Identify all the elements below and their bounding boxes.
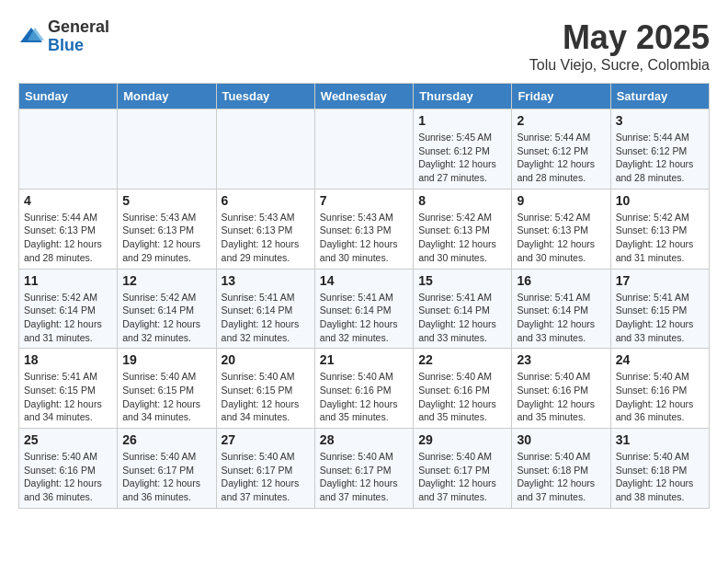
logo-text: General Blue xyxy=(48,18,109,55)
day-number: 9 xyxy=(517,193,605,208)
calendar-cell: 26Sunrise: 5:40 AM Sunset: 6:17 PM Dayli… xyxy=(118,429,216,509)
day-info: Sunrise: 5:42 AM Sunset: 6:14 PM Dayligh… xyxy=(122,291,210,345)
day-number: 18 xyxy=(24,352,112,367)
day-info: Sunrise: 5:40 AM Sunset: 6:16 PM Dayligh… xyxy=(418,370,506,424)
day-number: 30 xyxy=(517,432,605,447)
day-info: Sunrise: 5:40 AM Sunset: 6:17 PM Dayligh… xyxy=(122,450,210,504)
calendar-cell: 20Sunrise: 5:40 AM Sunset: 6:15 PM Dayli… xyxy=(216,349,314,429)
day-info: Sunrise: 5:40 AM Sunset: 6:18 PM Dayligh… xyxy=(616,450,704,504)
day-number: 5 xyxy=(122,193,210,208)
day-info: Sunrise: 5:40 AM Sunset: 6:16 PM Dayligh… xyxy=(517,370,605,424)
calendar-cell: 18Sunrise: 5:41 AM Sunset: 6:15 PM Dayli… xyxy=(19,349,118,429)
subtitle: Tolu Viejo, Sucre, Colombia xyxy=(529,57,710,74)
calendar-cell: 7Sunrise: 5:43 AM Sunset: 6:13 PM Daylig… xyxy=(314,189,413,269)
calendar-cell xyxy=(216,109,314,190)
day-info: Sunrise: 5:41 AM Sunset: 6:14 PM Dayligh… xyxy=(320,291,408,345)
calendar-cell: 27Sunrise: 5:40 AM Sunset: 6:17 PM Dayli… xyxy=(216,429,314,509)
logo: General Blue xyxy=(18,18,109,55)
page-header: General Blue May 2025 Tolu Viejo, Sucre,… xyxy=(18,18,710,74)
header-day-friday: Friday xyxy=(512,84,610,109)
calendar-cell: 9Sunrise: 5:42 AM Sunset: 6:13 PM Daylig… xyxy=(512,189,610,269)
day-number: 25 xyxy=(24,432,112,447)
calendar-cell: 4Sunrise: 5:44 AM Sunset: 6:13 PM Daylig… xyxy=(19,189,118,269)
header-day-monday: Monday xyxy=(118,84,216,109)
day-info: Sunrise: 5:44 AM Sunset: 6:13 PM Dayligh… xyxy=(24,211,112,265)
calendar-cell: 30Sunrise: 5:40 AM Sunset: 6:18 PM Dayli… xyxy=(512,429,610,509)
day-number: 21 xyxy=(320,352,408,367)
calendar-cell: 5Sunrise: 5:43 AM Sunset: 6:13 PM Daylig… xyxy=(118,189,216,269)
calendar-table: SundayMondayTuesdayWednesdayThursdayFrid… xyxy=(18,83,710,509)
day-info: Sunrise: 5:40 AM Sunset: 6:17 PM Dayligh… xyxy=(418,450,506,504)
day-info: Sunrise: 5:40 AM Sunset: 6:15 PM Dayligh… xyxy=(122,370,210,424)
day-info: Sunrise: 5:40 AM Sunset: 6:15 PM Dayligh… xyxy=(222,370,310,424)
day-number: 28 xyxy=(320,432,408,447)
calendar-cell: 15Sunrise: 5:41 AM Sunset: 6:14 PM Dayli… xyxy=(414,269,512,349)
day-info: Sunrise: 5:45 AM Sunset: 6:12 PM Dayligh… xyxy=(418,131,506,185)
calendar-cell: 6Sunrise: 5:43 AM Sunset: 6:13 PM Daylig… xyxy=(216,189,314,269)
calendar-cell: 3Sunrise: 5:44 AM Sunset: 6:12 PM Daylig… xyxy=(610,109,709,190)
calendar-cell: 10Sunrise: 5:42 AM Sunset: 6:13 PM Dayli… xyxy=(610,189,709,269)
day-info: Sunrise: 5:44 AM Sunset: 6:12 PM Dayligh… xyxy=(616,131,704,185)
day-number: 11 xyxy=(24,273,112,288)
week-row-5: 25Sunrise: 5:40 AM Sunset: 6:16 PM Dayli… xyxy=(19,429,710,509)
calendar-cell: 17Sunrise: 5:41 AM Sunset: 6:15 PM Dayli… xyxy=(610,269,709,349)
day-number: 16 xyxy=(517,273,605,288)
day-info: Sunrise: 5:40 AM Sunset: 6:16 PM Dayligh… xyxy=(24,450,112,504)
day-number: 15 xyxy=(418,273,506,288)
calendar-cell: 8Sunrise: 5:42 AM Sunset: 6:13 PM Daylig… xyxy=(414,189,512,269)
calendar-cell xyxy=(314,109,413,190)
day-info: Sunrise: 5:43 AM Sunset: 6:13 PM Dayligh… xyxy=(122,211,210,265)
day-number: 23 xyxy=(517,352,605,367)
calendar-cell: 23Sunrise: 5:40 AM Sunset: 6:16 PM Dayli… xyxy=(512,349,610,429)
day-number: 1 xyxy=(418,113,506,128)
day-info: Sunrise: 5:40 AM Sunset: 6:16 PM Dayligh… xyxy=(616,370,704,424)
week-row-4: 18Sunrise: 5:41 AM Sunset: 6:15 PM Dayli… xyxy=(19,349,710,429)
day-number: 29 xyxy=(418,432,506,447)
calendar-cell: 22Sunrise: 5:40 AM Sunset: 6:16 PM Dayli… xyxy=(414,349,512,429)
day-info: Sunrise: 5:42 AM Sunset: 6:13 PM Dayligh… xyxy=(616,211,704,265)
day-info: Sunrise: 5:43 AM Sunset: 6:13 PM Dayligh… xyxy=(320,211,408,265)
day-info: Sunrise: 5:40 AM Sunset: 6:17 PM Dayligh… xyxy=(320,450,408,504)
day-info: Sunrise: 5:44 AM Sunset: 6:12 PM Dayligh… xyxy=(517,131,605,185)
day-number: 12 xyxy=(122,273,210,288)
logo-icon xyxy=(18,24,44,50)
day-info: Sunrise: 5:40 AM Sunset: 6:18 PM Dayligh… xyxy=(517,450,605,504)
day-number: 4 xyxy=(24,193,112,208)
day-number: 27 xyxy=(222,432,310,447)
week-row-2: 4Sunrise: 5:44 AM Sunset: 6:13 PM Daylig… xyxy=(19,189,710,269)
main-title: May 2025 xyxy=(529,18,710,57)
day-number: 17 xyxy=(616,273,704,288)
day-number: 22 xyxy=(418,352,506,367)
header-day-tuesday: Tuesday xyxy=(216,84,314,109)
day-info: Sunrise: 5:42 AM Sunset: 6:14 PM Dayligh… xyxy=(24,291,112,345)
day-info: Sunrise: 5:41 AM Sunset: 6:14 PM Dayligh… xyxy=(222,291,310,345)
calendar-cell: 19Sunrise: 5:40 AM Sunset: 6:15 PM Dayli… xyxy=(118,349,216,429)
logo-blue: Blue xyxy=(48,37,109,55)
calendar-cell: 29Sunrise: 5:40 AM Sunset: 6:17 PM Dayli… xyxy=(414,429,512,509)
day-info: Sunrise: 5:41 AM Sunset: 6:14 PM Dayligh… xyxy=(517,291,605,345)
calendar-cell xyxy=(118,109,216,190)
day-number: 31 xyxy=(616,432,704,447)
day-info: Sunrise: 5:43 AM Sunset: 6:13 PM Dayligh… xyxy=(222,211,310,265)
day-number: 20 xyxy=(222,352,310,367)
title-block: May 2025 Tolu Viejo, Sucre, Colombia xyxy=(529,18,710,74)
calendar-cell: 11Sunrise: 5:42 AM Sunset: 6:14 PM Dayli… xyxy=(19,269,118,349)
week-row-3: 11Sunrise: 5:42 AM Sunset: 6:14 PM Dayli… xyxy=(19,269,710,349)
day-info: Sunrise: 5:40 AM Sunset: 6:17 PM Dayligh… xyxy=(222,450,310,504)
day-info: Sunrise: 5:41 AM Sunset: 6:14 PM Dayligh… xyxy=(418,291,506,345)
day-number: 13 xyxy=(222,273,310,288)
header-day-sunday: Sunday xyxy=(19,84,118,109)
calendar-cell: 28Sunrise: 5:40 AM Sunset: 6:17 PM Dayli… xyxy=(314,429,413,509)
calendar-header-row: SundayMondayTuesdayWednesdayThursdayFrid… xyxy=(19,84,710,109)
calendar-cell: 13Sunrise: 5:41 AM Sunset: 6:14 PM Dayli… xyxy=(216,269,314,349)
calendar-cell: 21Sunrise: 5:40 AM Sunset: 6:16 PM Dayli… xyxy=(314,349,413,429)
calendar-cell: 25Sunrise: 5:40 AM Sunset: 6:16 PM Dayli… xyxy=(19,429,118,509)
day-number: 7 xyxy=(320,193,408,208)
day-number: 8 xyxy=(418,193,506,208)
logo-general: General xyxy=(48,18,109,37)
header-day-thursday: Thursday xyxy=(414,84,512,109)
day-number: 26 xyxy=(122,432,210,447)
day-number: 6 xyxy=(222,193,310,208)
calendar-cell: 12Sunrise: 5:42 AM Sunset: 6:14 PM Dayli… xyxy=(118,269,216,349)
day-number: 24 xyxy=(616,352,704,367)
